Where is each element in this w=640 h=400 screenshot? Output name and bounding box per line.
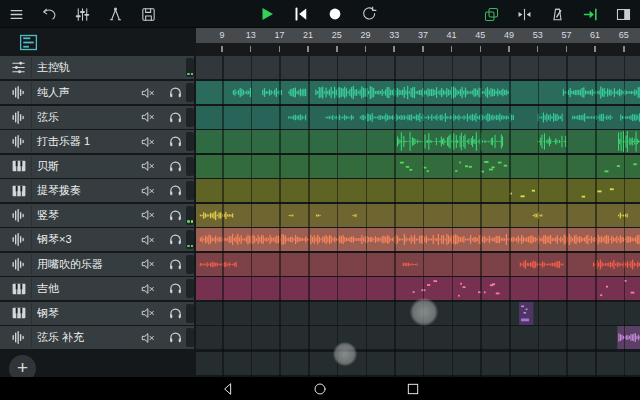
headphones-icon[interactable]	[166, 207, 184, 224]
tools-icon[interactable]	[106, 3, 124, 25]
metronome-icon[interactable]	[548, 3, 566, 25]
menu-icon[interactable]	[7, 3, 25, 25]
track-lane[interactable]	[196, 56, 640, 79]
track-lane[interactable]	[196, 81, 640, 104]
track-lane[interactable]	[196, 155, 640, 178]
ruler-left-corner	[0, 28, 196, 56]
grid-line	[366, 56, 368, 377]
grid-line	[509, 56, 511, 377]
track-lane[interactable]	[196, 106, 640, 129]
headphones-icon[interactable]	[166, 158, 184, 175]
waveform-icon	[6, 327, 32, 348]
track-lane[interactable]	[196, 130, 640, 153]
nav-back-button[interactable]	[219, 380, 236, 397]
play-icon[interactable]	[258, 3, 276, 25]
track-header[interactable]: 竖琴	[0, 204, 194, 227]
piano-icon	[6, 303, 32, 324]
track-level-meter	[186, 206, 194, 225]
lane-content	[196, 253, 640, 276]
mute-speaker-icon[interactable]	[139, 329, 157, 346]
track-header[interactable]: 弦乐 补充	[0, 326, 194, 349]
duplicate-icon[interactable]	[482, 3, 500, 25]
loop-icon[interactable]	[360, 3, 378, 25]
headphones-icon[interactable]	[166, 182, 184, 199]
track-lane[interactable]	[196, 277, 640, 300]
track-header[interactable]: 主控轨	[0, 56, 194, 79]
grid-line	[566, 56, 568, 377]
track-header-list: 主控轨纯人声弦乐打击乐器 1贝斯提琴拨奏竖琴钢琴×3用嘴吹的乐器吉他钢琴弦乐 补…	[0, 56, 196, 377]
touch-indicator	[333, 342, 357, 366]
grid-line	[624, 56, 626, 377]
mute-speaker-icon[interactable]	[139, 305, 157, 322]
track-header[interactable]: 弦乐	[0, 106, 194, 129]
track-header[interactable]: 钢琴	[0, 302, 194, 325]
mute-speaker-icon[interactable]	[139, 256, 157, 273]
meter-dot	[187, 245, 190, 248]
nav-recents-button[interactable]	[404, 380, 421, 397]
headphones-icon[interactable]	[166, 280, 184, 297]
lane-content	[196, 204, 640, 227]
track-level-meter	[186, 328, 194, 347]
mute-speaker-icon[interactable]	[139, 109, 157, 126]
headphones-icon[interactable]	[166, 305, 184, 322]
track-level-meter	[186, 132, 194, 151]
panel-toggle-icon[interactable]	[614, 3, 632, 25]
save-icon[interactable]	[139, 3, 157, 25]
ruler-tick-mark	[279, 46, 281, 52]
track-header[interactable]: 打击乐器 1	[0, 130, 194, 153]
headphones-icon[interactable]	[166, 84, 184, 101]
nav-home-button[interactable]	[311, 380, 328, 397]
track-lane[interactable]	[196, 179, 640, 202]
timeline-ruler[interactable]: 91317212529333741454953576165	[196, 28, 640, 56]
empty-lane-row[interactable]	[196, 352, 640, 375]
track-header[interactable]: 纯人声	[0, 81, 194, 104]
track-name: 钢琴×3	[37, 228, 72, 251]
tracks-view-toggle[interactable]	[16, 32, 40, 53]
track-level-meter	[186, 304, 194, 323]
waveform-icon	[6, 107, 32, 128]
meter-dot	[187, 73, 190, 76]
track-level-meter	[186, 230, 194, 249]
track-header[interactable]: 钢琴×3	[0, 228, 194, 251]
headphones-icon[interactable]	[166, 329, 184, 346]
record-icon[interactable]	[326, 3, 344, 25]
track-level-meter	[186, 255, 194, 274]
mixer-sliders-icon[interactable]	[73, 3, 91, 25]
bar-number: 49	[504, 30, 514, 40]
track-header[interactable]: 贝斯	[0, 155, 194, 178]
ruler-tick-mark	[336, 46, 338, 52]
mute-speaker-icon[interactable]	[139, 84, 157, 101]
mute-speaker-icon[interactable]	[139, 158, 157, 175]
skip-to-start-icon[interactable]	[292, 3, 310, 25]
track-header[interactable]: 用嘴吹的乐器	[0, 253, 194, 276]
headphones-icon[interactable]	[166, 109, 184, 126]
bar-number: 65	[619, 30, 629, 40]
bar-number: 37	[418, 30, 428, 40]
piano-icon	[6, 278, 32, 299]
lane-content	[196, 130, 640, 153]
snap-icon[interactable]	[515, 3, 533, 25]
mute-speaker-icon[interactable]	[139, 182, 157, 199]
headphones-icon[interactable]	[166, 231, 184, 248]
toolbar-left-group	[7, 0, 157, 28]
undo-icon[interactable]	[40, 3, 58, 25]
mute-speaker-icon[interactable]	[139, 280, 157, 297]
track-header[interactable]: 吉他	[0, 277, 194, 300]
waveform-icon	[6, 229, 32, 250]
ruler-ticks	[196, 43, 640, 56]
track-lane[interactable]	[196, 228, 640, 251]
waveform-icon	[6, 82, 32, 103]
step-forward-icon[interactable]	[581, 3, 599, 25]
ruler-tick-mark	[623, 46, 625, 52]
mute-speaker-icon[interactable]	[139, 207, 157, 224]
track-lane[interactable]	[196, 204, 640, 227]
track-lane[interactable]	[196, 326, 640, 349]
mute-speaker-icon[interactable]	[139, 133, 157, 150]
track-lane[interactable]	[196, 253, 640, 276]
headphones-icon[interactable]	[166, 256, 184, 273]
mute-speaker-icon[interactable]	[139, 231, 157, 248]
top-toolbar	[0, 0, 640, 28]
track-name: 打击乐器 1	[37, 130, 90, 153]
track-header[interactable]: 提琴拨奏	[0, 179, 194, 202]
headphones-icon[interactable]	[166, 133, 184, 150]
